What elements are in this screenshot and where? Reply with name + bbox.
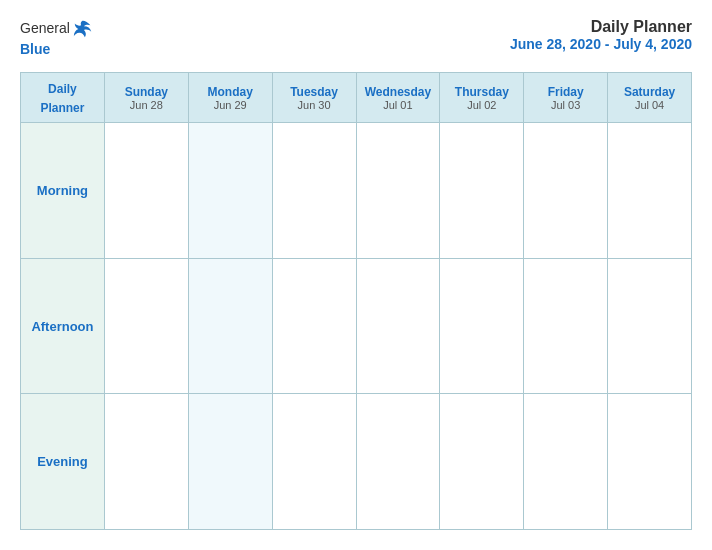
morning-saturday[interactable] — [608, 123, 692, 259]
evening-wednesday[interactable] — [356, 394, 440, 530]
th-daily-planner: DailyPlanner — [21, 73, 105, 123]
morning-label: Morning — [21, 123, 105, 259]
morning-row: Morning — [21, 123, 692, 259]
planner-table: DailyPlanner Sunday Jun 28 Monday Jun 29… — [20, 72, 692, 530]
morning-sunday[interactable] — [104, 123, 188, 259]
header: General Blue Daily Planner June 28, 2020… — [20, 18, 692, 58]
afternoon-monday[interactable] — [188, 258, 272, 394]
evening-row: Evening — [21, 394, 692, 530]
date-range: June 28, 2020 - July 4, 2020 — [510, 36, 692, 52]
th-saturday: Saturday Jul 04 — [608, 73, 692, 123]
table-header-row: DailyPlanner Sunday Jun 28 Monday Jun 29… — [21, 73, 692, 123]
evening-sunday[interactable] — [104, 394, 188, 530]
th-thursday: Thursday Jul 02 — [440, 73, 524, 123]
afternoon-tuesday[interactable] — [272, 258, 356, 394]
afternoon-friday[interactable] — [524, 258, 608, 394]
afternoon-saturday[interactable] — [608, 258, 692, 394]
header-right: Daily Planner June 28, 2020 - July 4, 20… — [510, 18, 692, 52]
logo-area: General Blue — [20, 18, 94, 58]
page: General Blue Daily Planner June 28, 2020… — [0, 0, 712, 550]
morning-wednesday[interactable] — [356, 123, 440, 259]
evening-monday[interactable] — [188, 394, 272, 530]
logo-general-text: General — [20, 21, 70, 36]
th-tuesday: Tuesday Jun 30 — [272, 73, 356, 123]
morning-monday[interactable] — [188, 123, 272, 259]
morning-tuesday[interactable] — [272, 123, 356, 259]
afternoon-sunday[interactable] — [104, 258, 188, 394]
logo-text: General Blue — [20, 18, 94, 58]
th-friday: Friday Jul 03 — [524, 73, 608, 123]
th-wednesday: Wednesday Jul 01 — [356, 73, 440, 123]
afternoon-row: Afternoon — [21, 258, 692, 394]
evening-friday[interactable] — [524, 394, 608, 530]
afternoon-wednesday[interactable] — [356, 258, 440, 394]
morning-friday[interactable] — [524, 123, 608, 259]
logo-bird-icon — [72, 18, 94, 40]
evening-thursday[interactable] — [440, 394, 524, 530]
morning-thursday[interactable] — [440, 123, 524, 259]
evening-saturday[interactable] — [608, 394, 692, 530]
logo-blue-text: Blue — [20, 41, 50, 57]
page-title: Daily Planner — [510, 18, 692, 36]
evening-label: Evening — [21, 394, 105, 530]
th-monday: Monday Jun 29 — [188, 73, 272, 123]
afternoon-label: Afternoon — [21, 258, 105, 394]
th-sunday: Sunday Jun 28 — [104, 73, 188, 123]
evening-tuesday[interactable] — [272, 394, 356, 530]
afternoon-thursday[interactable] — [440, 258, 524, 394]
